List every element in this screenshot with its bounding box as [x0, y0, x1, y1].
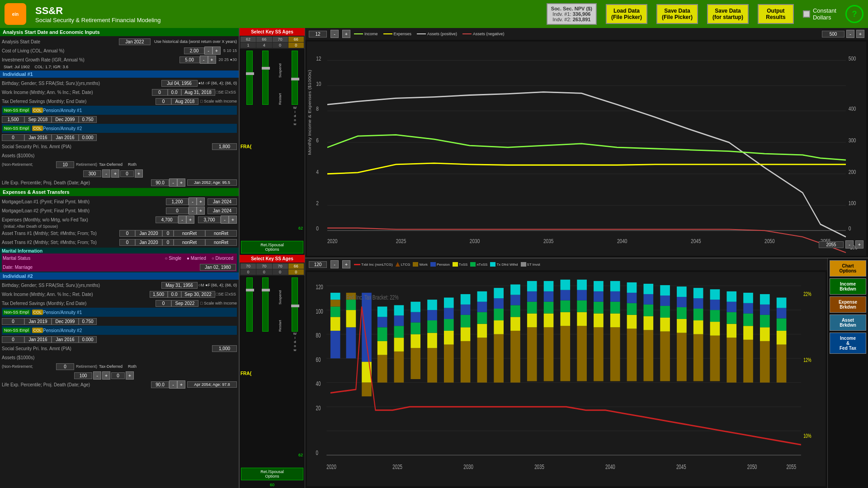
ind1-pension2-start[interactable]: [24, 134, 52, 141]
ind1-life-plus[interactable]: +: [177, 178, 185, 187]
ind1-pension2-monthly[interactable]: [2, 134, 24, 141]
asset-trans2-monthly[interactable]: [119, 239, 135, 246]
ind2-pension2-end[interactable]: [52, 336, 79, 343]
ind2-birthday-input[interactable]: [161, 282, 198, 289]
slider-2[interactable]: [262, 51, 269, 105]
expenses-death-minus[interactable]: -: [221, 216, 229, 224]
ind2-pension1-monthly[interactable]: [2, 318, 24, 325]
ind1-roth-plus[interactable]: +: [135, 169, 143, 178]
mortgage1-plus[interactable]: +: [197, 197, 205, 206]
save-data-startup-button[interactable]: Save Data (for startup): [707, 4, 749, 24]
ind1-work-monthly[interactable]: [152, 89, 168, 96]
ind2-pension1-start[interactable]: [24, 318, 52, 325]
mortgage2-minus[interactable]: -: [189, 206, 197, 215]
ind2-work-monthly[interactable]: [150, 291, 168, 298]
ind2-pension2-monthly[interactable]: [2, 336, 24, 343]
end-year-minus[interactable]: -: [845, 240, 854, 249]
expenses-death-spouse[interactable]: [198, 216, 221, 223]
ind1-pension1-end[interactable]: [52, 116, 79, 123]
ind2-tax-deferred-end[interactable]: [171, 300, 198, 307]
asset-trans1-monthly[interactable]: [119, 230, 135, 237]
ind1-pia-input[interactable]: [212, 143, 237, 150]
asset-trans2-start[interactable]: [135, 239, 162, 246]
mortgage1-pymt[interactable]: [166, 198, 189, 205]
ind1-birthday-input[interactable]: [161, 80, 198, 87]
income-fed-tax-button[interactable]: Income & Fed Tax: [830, 333, 866, 354]
top-chart-right-minus[interactable]: -: [846, 30, 854, 38]
bottom-chart-ctrl[interactable]: [309, 261, 327, 268]
top-chart-left-ctrl[interactable]: [309, 31, 327, 38]
ret-spousal-options-bottom[interactable]: Ret./SpousalOptions: [241, 468, 303, 480]
mortgage2-pymt[interactable]: [166, 207, 189, 214]
expenses-initial[interactable]: [156, 216, 178, 223]
top-chart-right-ctrl[interactable]: [822, 31, 844, 38]
expenses-minus[interactable]: -: [178, 216, 186, 224]
date-marriage-input[interactable]: [200, 264, 236, 271]
ind1-tax-deferred-plus[interactable]: +: [111, 169, 119, 178]
end-year-plus[interactable]: +: [855, 240, 863, 249]
ind2-roth-plus[interactable]: +: [126, 371, 134, 380]
igr-plus-button[interactable]: +: [208, 56, 216, 64]
ind2-assets-non-ret[interactable]: [56, 363, 74, 370]
ind2-pension2-start[interactable]: [24, 336, 52, 343]
ind2-life-exp-pct[interactable]: [151, 381, 169, 388]
ind2-roth-assets[interactable]: [111, 372, 125, 379]
ind1-tax-deferred-assets[interactable]: [83, 170, 101, 177]
ind1-pension1-monthly[interactable]: [2, 116, 24, 123]
col-plus-button[interactable]: +: [212, 47, 221, 55]
help-button[interactable]: ?: [845, 5, 863, 23]
ind1-life-exp-pct[interactable]: [151, 179, 169, 186]
ind2-life-plus[interactable]: +: [177, 380, 185, 389]
ind2-pia-input[interactable]: [212, 345, 237, 352]
slider-4[interactable]: [262, 277, 269, 332]
expenses-death-plus[interactable]: +: [229, 216, 237, 224]
slider-3[interactable]: [246, 277, 253, 332]
ind1-pension1-start[interactable]: [24, 116, 52, 123]
top-chart-right-plus[interactable]: +: [856, 30, 864, 38]
asset-trans1-start[interactable]: [135, 230, 162, 237]
ind1-work-pct[interactable]: [168, 89, 181, 96]
ind1-pension1-spousal[interactable]: [79, 116, 97, 123]
igr-input[interactable]: [179, 56, 200, 63]
igr-minus-button[interactable]: -: [200, 56, 208, 64]
load-data-button[interactable]: Load Data (File Picker): [606, 4, 647, 24]
ind1-pension2-end[interactable]: [52, 134, 79, 141]
income-brkdn-button[interactable]: Income Brkdwn: [830, 278, 866, 295]
col-minus-button[interactable]: -: [204, 47, 212, 55]
ind2-pension2-spousal[interactable]: [79, 336, 97, 343]
slider-1[interactable]: [246, 51, 253, 105]
chart-options-button[interactable]: Chart Options: [830, 260, 866, 277]
bottom-chart-plus[interactable]: +: [342, 260, 350, 268]
mortgage1-final[interactable]: [208, 198, 237, 205]
asset-trans1-months[interactable]: [162, 230, 174, 237]
ind1-tax-deferred-monthly[interactable]: [156, 98, 171, 105]
ind2-work-pct[interactable]: [168, 291, 181, 298]
ind2-tax-deferred-minus[interactable]: -: [93, 371, 101, 380]
asset-trans2-months[interactable]: [162, 239, 174, 246]
ind1-pension2-spousal[interactable]: [79, 134, 97, 141]
top-chart-plus[interactable]: +: [342, 30, 350, 38]
constant-dollars-checkbox[interactable]: [803, 10, 810, 18]
ret-spousal-options-top[interactable]: Ret./SpousalOptions: [241, 241, 303, 253]
col-input[interactable]: [184, 47, 204, 54]
slider-widow2[interactable]: [292, 277, 298, 332]
mortgage2-final[interactable]: [208, 207, 237, 214]
output-results-button[interactable]: Output Results: [758, 4, 794, 24]
end-year-input[interactable]: [819, 241, 844, 248]
asset-brkdn-button[interactable]: Asset Brkdwn: [830, 314, 866, 331]
mortgage1-minus[interactable]: -: [189, 197, 197, 206]
expenses-plus[interactable]: +: [186, 216, 194, 224]
ind1-tax-deferred-minus[interactable]: -: [102, 169, 110, 178]
ind2-tax-deferred-monthly[interactable]: [156, 300, 171, 307]
ind2-pension1-end[interactable]: [52, 318, 79, 325]
expense-brkdn-button[interactable]: Expense Brkdwn: [830, 296, 866, 313]
analysis-start-date-input[interactable]: [119, 38, 151, 45]
ind2-life-minus[interactable]: -: [169, 380, 177, 389]
ind1-work-ret-date[interactable]: [181, 89, 215, 96]
ind2-tax-deferred-assets[interactable]: [74, 372, 92, 379]
ind2-pension1-spousal[interactable]: [79, 318, 97, 325]
bottom-chart-minus[interactable]: -: [330, 260, 339, 268]
ind1-assets-non-ret[interactable]: [56, 161, 74, 168]
top-chart-minus[interactable]: -: [330, 30, 339, 38]
save-data-file-button[interactable]: Save Data (File Picker): [656, 4, 698, 24]
